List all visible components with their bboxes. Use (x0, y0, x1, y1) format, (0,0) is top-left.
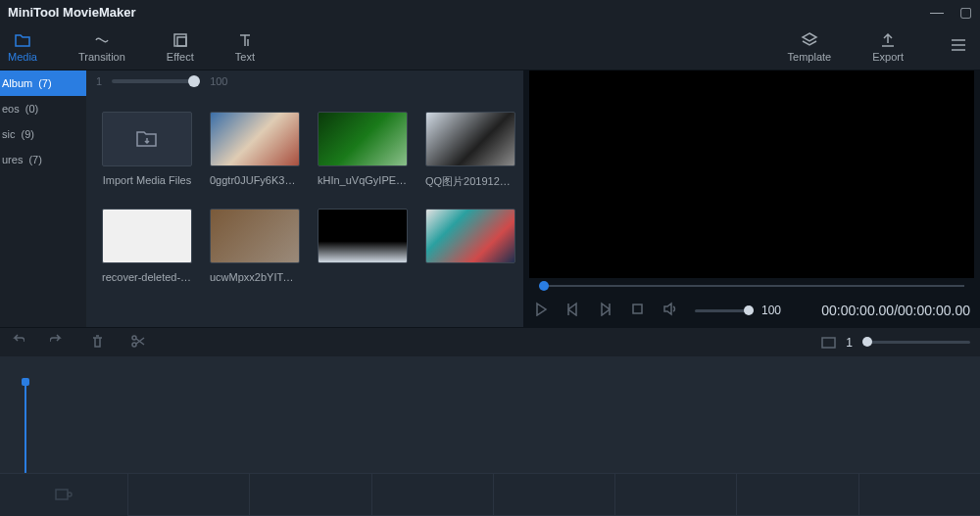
zoom-value: 1 (846, 336, 853, 350)
media-filename: ucwMpxx2bYITwY7rZ... (210, 271, 300, 283)
stop-icon (630, 302, 645, 316)
template-tab-label: Template (788, 51, 832, 63)
media-filename (318, 271, 408, 283)
thumb-min-label: 1 (96, 75, 102, 87)
media-filename: kHIn_uVqGyIPEXd6D... (318, 174, 408, 186)
split-button[interactable] (130, 334, 145, 352)
preview-viewport[interactable] (529, 70, 974, 278)
effect-tab[interactable]: Effect (167, 31, 194, 63)
track-cell[interactable] (614, 473, 736, 516)
text-tab[interactable]: Text (235, 31, 255, 63)
next-frame-button[interactable] (598, 302, 612, 319)
sidebar-item-count: (0) (25, 103, 38, 115)
export-button-label: Export (872, 51, 904, 63)
folder-icon (14, 31, 31, 49)
svg-rect-6 (822, 338, 835, 348)
transition-tab-label: Transition (78, 51, 125, 63)
step-back-icon (565, 302, 580, 316)
sidebar-item-music[interactable]: sic (9) (0, 121, 86, 147)
thumbnail-size-slider[interactable] (112, 79, 200, 83)
zoom-slider[interactable] (862, 341, 970, 344)
media-item[interactable]: recover-deleted-histor... (102, 209, 192, 283)
fit-icon[interactable] (821, 337, 836, 349)
svg-rect-3 (633, 305, 642, 313)
media-filename: recover-deleted-histor... (102, 271, 192, 283)
media-filename (425, 271, 515, 283)
volume-slider[interactable] (695, 309, 754, 312)
preview-panel: 100 00:00:00.00/00:00:00.00 (523, 70, 980, 327)
text-icon (236, 31, 254, 49)
app-title: MiniTool MovieMaker (8, 5, 136, 20)
media-item[interactable] (318, 209, 408, 283)
media-item[interactable]: ucwMpxx2bYITwY7rZ... (210, 209, 300, 283)
hamburger-icon (949, 35, 968, 55)
media-item[interactable]: kHIn_uVqGyIPEXd6D... (318, 112, 408, 189)
play-icon (533, 302, 548, 316)
media-thumbnail (210, 112, 300, 166)
sidebar-item-album[interactable]: Album (7) (0, 70, 86, 96)
undo-button[interactable] (10, 334, 24, 352)
media-tab[interactable]: Media (8, 31, 37, 63)
video-track-icon (53, 485, 74, 506)
play-button[interactable] (533, 302, 548, 319)
title-bar: MiniTool MovieMaker — ▢ (0, 0, 980, 23)
undo-icon (10, 334, 24, 349)
timeline[interactable] (0, 356, 980, 516)
seek-knob[interactable] (539, 281, 549, 291)
redo-icon (50, 334, 65, 349)
trash-icon (90, 334, 105, 349)
export-icon (879, 31, 897, 49)
media-sidebar: Album (7) eos (0) sic (9) ures (7) (0, 70, 86, 327)
text-tab-label: Text (235, 51, 255, 63)
media-item[interactable]: 0ggtr0JUFy6K3D1r_9aS... (210, 112, 300, 189)
sidebar-item-pictures[interactable]: ures (7) (0, 147, 86, 172)
folder-download-icon (134, 126, 160, 152)
media-grid: Import Media Files 0ggtr0JUFy6K3D1r_9aS.… (86, 92, 523, 327)
svg-rect-7 (56, 490, 68, 499)
timecode: 00:00:00.00/00:00:00.00 (821, 303, 970, 318)
export-button[interactable]: Export (872, 31, 904, 63)
import-thumb (102, 112, 192, 166)
track-cell[interactable] (127, 473, 249, 516)
menu-button[interactable] (945, 31, 972, 62)
scissors-icon (130, 334, 145, 349)
video-track[interactable] (127, 473, 980, 516)
stop-button[interactable] (630, 302, 645, 319)
seek-bar[interactable] (531, 278, 972, 294)
sidebar-item-count: (7) (38, 77, 51, 89)
media-tab-label: Media (8, 51, 37, 63)
track-cell[interactable] (249, 473, 370, 516)
volume-button[interactable] (662, 302, 677, 319)
redo-button[interactable] (50, 334, 65, 352)
minimize-button[interactable]: — (930, 4, 944, 20)
media-thumbnail (425, 112, 515, 166)
track-cell[interactable] (371, 473, 493, 516)
layers-icon (801, 31, 818, 49)
transition-tab[interactable]: Transition (78, 31, 125, 63)
track-cell[interactable] (858, 473, 980, 516)
media-thumbnail (425, 209, 515, 263)
media-item[interactable]: QQ图片20191202215506 (425, 112, 515, 189)
media-filename: QQ图片20191202215506 (425, 174, 515, 189)
maximize-button[interactable]: ▢ (959, 4, 972, 20)
effect-tab-label: Effect (167, 51, 194, 63)
import-label: Import Media Files (102, 174, 192, 186)
media-item[interactable] (425, 209, 515, 283)
track-cell[interactable] (736, 473, 858, 516)
thumbnail-size-row: 1 100 (86, 70, 523, 92)
sidebar-item-videos[interactable]: eos (0) (0, 96, 86, 121)
media-filename: 0ggtr0JUFy6K3D1r_9aS... (210, 174, 300, 186)
media-thumbnail (318, 112, 408, 166)
thumb-max-label: 100 (210, 75, 227, 87)
sidebar-item-label: Album (2, 77, 32, 89)
sidebar-item-label: eos (2, 103, 20, 115)
effect-icon (172, 31, 189, 49)
template-tab[interactable]: Template (788, 31, 832, 63)
svg-rect-1 (177, 37, 186, 46)
prev-frame-button[interactable] (565, 302, 580, 319)
import-media-button[interactable]: Import Media Files (102, 112, 192, 189)
track-cell[interactable] (493, 473, 614, 516)
video-track-header[interactable] (0, 473, 127, 516)
delete-button[interactable] (90, 334, 105, 352)
volume-value: 100 (761, 304, 781, 317)
